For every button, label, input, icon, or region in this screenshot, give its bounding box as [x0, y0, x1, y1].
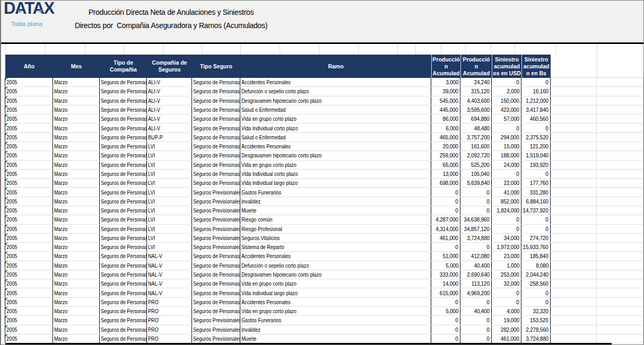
empty-cell[interactable]: [597, 105, 643, 114]
cell-ano[interactable]: 2005: [5, 279, 53, 288]
cell-produccion-acumulada-2[interactable]: 0: [460, 206, 492, 215]
cell-tipo-compania[interactable]: Seguros de Personas: [100, 270, 147, 279]
empty-cell[interactable]: [597, 197, 643, 206]
cell-produccion-acumulada-2[interactable]: 40,400: [460, 261, 492, 270]
empty-cell[interactable]: [551, 334, 597, 343]
cell-produccion-acumulada-1[interactable]: 20,000: [431, 142, 460, 151]
cell-tipo-seguro[interactable]: Seguros Previsionales: [192, 243, 240, 251]
cell-ano[interactable]: 2005: [5, 170, 53, 178]
cell-siniestros-acumulados-usd[interactable]: 0: [492, 215, 521, 224]
cell-ano[interactable]: 2005: [5, 270, 53, 279]
cell-tipo-compania[interactable]: Seguros de Personas: [100, 170, 147, 178]
header-compania-seguros[interactable]: Compañia de Seguros: [147, 55, 192, 78]
empty-cell[interactable]: [551, 188, 597, 196]
cell-ramo[interactable]: Vida individual largo plazo: [240, 179, 431, 187]
cell-tipo-compania[interactable]: Seguros de Personas: [100, 288, 147, 297]
cell-compania-seguros[interactable]: LVI: [147, 243, 192, 251]
cell-ano[interactable]: 2005: [5, 151, 53, 160]
cell-mes[interactable]: Marzo: [53, 215, 100, 224]
empty-cell[interactable]: [551, 252, 597, 260]
cell-tipo-seguro[interactable]: Seguros de Personas: [192, 279, 240, 288]
cell-mes[interactable]: Marzo: [53, 105, 100, 114]
empty-cell[interactable]: [551, 206, 597, 215]
cell-tipo-seguro[interactable]: Seguros de Personas: [192, 261, 240, 270]
empty-cell[interactable]: [597, 270, 643, 279]
cell-mes[interactable]: Marzo: [53, 133, 100, 141]
cell-tipo-seguro[interactable]: Seguros de Personas: [192, 307, 240, 315]
cell-produccion-acumulada-1[interactable]: 0: [431, 188, 460, 196]
cell-ramo[interactable]: Seguros Vitalicios: [240, 234, 431, 242]
cell-mes[interactable]: Marzo: [53, 206, 100, 215]
empty-cell[interactable]: [551, 142, 597, 151]
cell-siniestros-acumulados-usd[interactable]: 34,000: [492, 234, 521, 242]
cell-tipo-seguro[interactable]: Seguros de Personas: [192, 151, 240, 160]
empty-cell[interactable]: [597, 151, 643, 160]
cell-ano[interactable]: 2005: [5, 215, 53, 224]
cell-tipo-seguro[interactable]: Seguros de Personas: [192, 161, 240, 169]
cell-produccion-acumulada-1[interactable]: 3,000: [431, 78, 460, 86]
empty-cell[interactable]: [551, 316, 597, 324]
cell-ano[interactable]: 2005: [5, 261, 53, 270]
cell-compania-seguros[interactable]: LVI: [147, 179, 192, 187]
cell-ramo[interactable]: Muerte: [240, 206, 431, 215]
cell-siniestros-acumulados-usd[interactable]: 22,000: [492, 179, 521, 187]
empty-cell[interactable]: [597, 78, 643, 86]
cell-produccion-acumulada-1[interactable]: 4,314,000: [431, 225, 460, 233]
cell-tipo-seguro[interactable]: Seguros Previsionales: [192, 215, 240, 224]
empty-cell[interactable]: [597, 215, 643, 224]
empty-cell[interactable]: [597, 114, 643, 123]
empty-cell[interactable]: [597, 161, 643, 169]
cell-compania-seguros[interactable]: LVI: [147, 206, 192, 215]
cell-siniestros-acumulados-usd[interactable]: 57,000: [492, 114, 521, 123]
cell-ramo[interactable]: Accidentes Personales: [240, 142, 431, 151]
cell-siniestros-acumulados-usd[interactable]: 423,000: [492, 105, 521, 114]
cell-produccion-acumulada-1[interactable]: 615,000: [431, 288, 460, 297]
header-tipo-compania[interactable]: Tipo de Compañia: [100, 55, 147, 78]
empty-cell[interactable]: [551, 298, 597, 306]
empty-cell[interactable]: [551, 133, 597, 141]
cell-ano[interactable]: 2005: [5, 225, 53, 233]
cell-mes[interactable]: Marzo: [53, 279, 100, 288]
cell-ano[interactable]: 2005: [5, 197, 53, 206]
cell-ramo[interactable]: Vida en grupo corto plazo: [240, 114, 431, 123]
cell-tipo-compania[interactable]: Seguros de Personas: [100, 123, 147, 132]
cell-mes[interactable]: Marzo: [53, 114, 100, 123]
cell-siniestros-acumulados-usd[interactable]: 19,000: [492, 316, 521, 324]
cell-siniestro-acumulado-bs[interactable]: 0: [521, 78, 551, 86]
cell-compania-seguros[interactable]: ALI-V: [147, 105, 192, 114]
cell-siniestros-acumulados-usd[interactable]: 461,000: [492, 334, 521, 343]
empty-cell[interactable]: [551, 179, 597, 187]
empty-cell[interactable]: [551, 105, 597, 114]
cell-siniestro-acumulado-bs[interactable]: 121,200: [521, 142, 551, 151]
cell-produccion-acumulada-2[interactable]: 3,724,880: [460, 234, 492, 242]
cell-ano[interactable]: 2005: [5, 87, 53, 95]
cell-tipo-compania[interactable]: Seguros de Personas: [100, 133, 147, 141]
empty-cell[interactable]: [597, 225, 643, 233]
cell-ramo[interactable]: Invalidez: [240, 325, 431, 334]
cell-produccion-acumulada-1[interactable]: 259,000: [431, 151, 460, 160]
empty-cell[interactable]: [551, 78, 597, 86]
empty-cell[interactable]: [597, 325, 643, 334]
cell-siniestro-acumulado-bs[interactable]: 0: [521, 215, 551, 224]
cell-ano[interactable]: 2005: [5, 161, 53, 169]
cell-siniestros-acumulados-usd[interactable]: 150,000: [492, 96, 521, 105]
header-produccion-acumulada-1[interactable]: Producció n Acumulad: [431, 55, 460, 78]
cell-produccion-acumulada-2[interactable]: 24,240: [460, 78, 492, 86]
cell-ramo[interactable]: Riesgo Profesional: [240, 225, 431, 233]
cell-mes[interactable]: Marzo: [53, 243, 100, 251]
cell-tipo-seguro[interactable]: Seguros Previsionales: [192, 316, 240, 324]
empty-cell[interactable]: [597, 316, 643, 324]
cell-produccion-acumulada-2[interactable]: 40,400: [460, 307, 492, 315]
cell-tipo-seguro[interactable]: Seguros Previsionales: [192, 225, 240, 233]
cell-siniestros-acumulados-usd[interactable]: 188,000: [492, 151, 521, 160]
empty-cell[interactable]: [597, 170, 643, 178]
cell-ramo[interactable]: Accidentes Personales: [240, 78, 431, 86]
cell-produccion-acumulada-2[interactable]: 4,403,600: [460, 96, 492, 105]
cell-tipo-seguro[interactable]: Seguros de Personas: [192, 252, 240, 260]
cell-ramo[interactable]: Defunción o sepelio corto plazo: [240, 87, 431, 95]
cell-mes[interactable]: Marzo: [53, 188, 100, 196]
cell-siniestros-acumulados-usd[interactable]: 253,000: [492, 270, 521, 279]
cell-tipo-seguro[interactable]: Seguros de Personas: [192, 105, 240, 114]
cell-siniestros-acumulados-usd[interactable]: 0: [492, 78, 521, 86]
cell-siniestros-acumulados-usd[interactable]: 1,000: [492, 261, 521, 270]
